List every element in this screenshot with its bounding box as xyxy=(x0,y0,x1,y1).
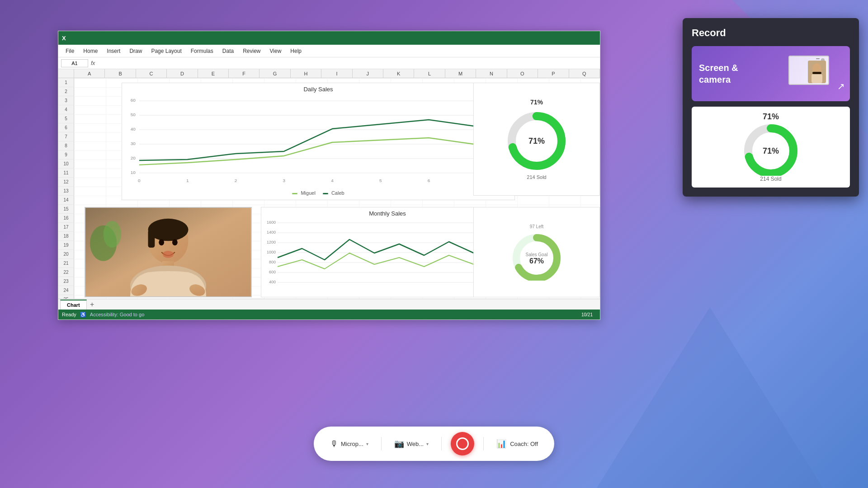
sheet-tabs: Chart + xyxy=(58,299,600,310)
donut-chart-top: 71% 71% 214 Sold xyxy=(473,83,600,196)
col-header-d[interactable]: D xyxy=(167,69,198,78)
row-15[interactable]: 15 xyxy=(58,205,74,214)
microphone-label: Microp... xyxy=(341,441,363,447)
coach-icon: 📊 xyxy=(496,439,506,449)
svg-point-27 xyxy=(159,239,164,245)
microphone-chevron-icon[interactable]: ▾ xyxy=(366,441,368,446)
webcam-chevron-icon[interactable]: ▾ xyxy=(426,441,429,446)
donut-chart-bottom: 97 Left Sales Goal 67% xyxy=(473,207,600,297)
row-5[interactable]: 5 xyxy=(58,114,74,123)
svg-point-23 xyxy=(104,221,122,248)
row-18[interactable]: 18 xyxy=(58,232,74,241)
menu-home[interactable]: Home xyxy=(80,47,101,56)
row-3[interactable]: 3 xyxy=(58,96,74,105)
row-14[interactable]: 14 xyxy=(58,196,74,205)
add-sheet-button[interactable]: + xyxy=(88,300,97,309)
toolbar-divider-1 xyxy=(381,437,382,450)
col-header-h[interactable]: H xyxy=(291,69,321,78)
row-8[interactable]: 8 xyxy=(58,141,74,150)
record-button[interactable] xyxy=(451,432,474,455)
menu-formulas[interactable]: Formulas xyxy=(187,47,217,56)
status-ready: Ready xyxy=(62,312,76,317)
svg-point-29 xyxy=(163,251,174,258)
recording-toolbar: 🎙 Microp... ▾ 📷 Web... ▾ 📊 Coach: Off xyxy=(314,427,554,461)
menu-help[interactable]: Help xyxy=(287,47,305,56)
row-4[interactable]: 4 xyxy=(58,105,74,114)
svg-text:1000: 1000 xyxy=(267,250,276,254)
col-header-g[interactable]: G xyxy=(259,69,290,78)
svg-text:20: 20 xyxy=(131,155,136,160)
svg-rect-26 xyxy=(148,230,155,248)
row-19[interactable]: 19 xyxy=(58,241,74,250)
donut-top-sold: 214 Sold xyxy=(527,174,546,180)
col-header-b[interactable]: B xyxy=(105,69,136,78)
menu-view[interactable]: View xyxy=(266,47,285,56)
record-option-screen-camera[interactable]: Screen & camera xyxy=(692,46,850,101)
webcam-toolbar-item[interactable]: 📷 Web... ▾ xyxy=(391,437,432,450)
svg-text:40: 40 xyxy=(131,127,136,131)
col-header-o[interactable]: O xyxy=(507,69,538,78)
row-23[interactable]: 23 xyxy=(58,277,74,286)
col-header-a[interactable]: A xyxy=(74,69,105,78)
svg-text:10: 10 xyxy=(131,170,136,175)
row-22[interactable]: 22 xyxy=(58,268,74,277)
record-panel: Record Screen & camera xyxy=(683,18,859,197)
col-header-k[interactable]: K xyxy=(383,69,414,78)
webcam-icon: 📷 xyxy=(394,439,404,449)
col-header-j[interactable]: J xyxy=(353,69,383,78)
row-17[interactable]: 17 xyxy=(58,223,74,232)
menu-draw[interactable]: Draw xyxy=(126,47,146,56)
svg-rect-57 xyxy=(812,72,821,74)
menu-insert[interactable]: Insert xyxy=(103,47,124,56)
row-12[interactable]: 12 xyxy=(58,178,74,187)
row-10[interactable]: 10 xyxy=(58,160,74,169)
row-21[interactable]: 21 xyxy=(58,259,74,268)
col-header-p[interactable]: P xyxy=(538,69,569,78)
svg-point-28 xyxy=(172,239,178,245)
cell-reference-box[interactable]: A1 xyxy=(61,59,88,67)
row-16[interactable]: 16 xyxy=(58,214,74,223)
svg-text:30: 30 xyxy=(131,141,136,146)
legend-miguel: Miguel xyxy=(292,190,315,196)
col-header-m[interactable]: M xyxy=(445,69,476,78)
donut-bottom-sublabel: 97 Left xyxy=(530,224,544,229)
excel-statusbar: Ready ♿ Accessibility: Good to go 10/21 xyxy=(58,310,600,319)
record-option-preview: ↗ xyxy=(784,53,843,94)
row-6[interactable]: 6 xyxy=(58,123,74,132)
coach-label: Coach: Off xyxy=(510,441,538,447)
row-9[interactable]: 9 xyxy=(58,150,74,160)
menu-data[interactable]: Data xyxy=(219,47,237,56)
col-header-l[interactable]: L xyxy=(414,69,445,78)
col-header-n[interactable]: N xyxy=(476,69,507,78)
col-header-q[interactable]: Q xyxy=(569,69,600,78)
row-7[interactable]: 7 xyxy=(58,132,74,141)
microphone-toolbar-item[interactable]: 🎙 Microp... ▾ xyxy=(326,437,372,450)
accessibility-icon: ♿ xyxy=(80,312,86,318)
row-1[interactable]: 1 xyxy=(58,78,74,87)
svg-text:1600: 1600 xyxy=(267,220,276,225)
svg-text:400: 400 xyxy=(269,280,276,284)
row-13[interactable]: 13 xyxy=(58,187,74,196)
daily-sales-chart: Daily Sales 60 50 40 30 20 10 0 1 2 xyxy=(122,83,515,200)
col-header-e[interactable]: E xyxy=(198,69,229,78)
row-24[interactable]: 24 xyxy=(58,286,74,295)
excel-window: X File Home Insert Draw Page Layout Form… xyxy=(58,31,600,320)
sheet-tab-chart[interactable]: Chart xyxy=(60,300,87,310)
col-header-i[interactable]: I xyxy=(321,69,352,78)
bg-decoration-bottom xyxy=(597,307,823,488)
accessibility-text: Accessibility: Good to go xyxy=(90,312,144,317)
record-panel-donut: 71% 71% 214 Sold xyxy=(692,107,850,188)
row-numbers: 1 2 3 4 5 6 7 8 9 10 11 12 13 14 15 16 1… xyxy=(58,78,74,299)
row-2[interactable]: 2 xyxy=(58,87,74,96)
menu-file[interactable]: File xyxy=(62,47,78,56)
menu-review[interactable]: Review xyxy=(239,47,264,56)
svg-text:71%: 71% xyxy=(763,146,779,155)
preview-btn-1 xyxy=(816,58,820,59)
row-11[interactable]: 11 xyxy=(58,169,74,178)
col-header-f[interactable]: F xyxy=(229,69,259,78)
row-25[interactable]: 25 xyxy=(58,295,74,299)
col-header-c[interactable]: C xyxy=(136,69,167,78)
row-20[interactable]: 20 xyxy=(58,250,74,259)
menu-pagelayout[interactable]: Page Layout xyxy=(147,47,185,56)
coach-toolbar-item[interactable]: 📊 Coach: Off xyxy=(493,437,542,450)
